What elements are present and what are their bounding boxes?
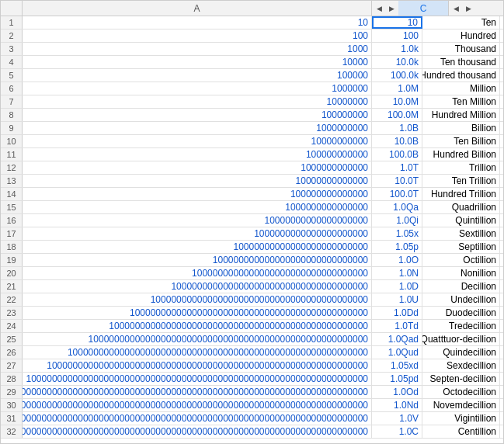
cell-e[interactable]: Octodecillion: [422, 386, 500, 398]
table-row[interactable]: 11100000000000100.0BHundred Billion: [1, 148, 503, 161]
cell-a[interactable]: 1000000000000000000000000000000000000000…: [23, 373, 372, 385]
table-row[interactable]: 5100000100.0kHundred thousand: [1, 69, 503, 82]
cell-a[interactable]: 1000000000000: [23, 161, 372, 174]
table-row[interactable]: 8100000000100.0MHundred Million: [1, 109, 503, 122]
table-row[interactable]: 2310000000000000000000000000000000000000…: [1, 307, 503, 320]
cell-c[interactable]: 1.0U: [372, 293, 422, 306]
table-row[interactable]: 191000000000000000000000000000001.0OOcti…: [1, 254, 503, 267]
cell-a[interactable]: 1000000000000000000000000000000000000000…: [23, 359, 372, 372]
cell-e[interactable]: Billion: [422, 122, 500, 134]
cell-e[interactable]: Octillion: [422, 254, 500, 266]
cell-e[interactable]: Septen-decillion: [422, 373, 500, 385]
cell-c[interactable]: 1.0C: [372, 425, 422, 438]
table-row[interactable]: 14100000000000000100.0THundred Trillion: [1, 188, 503, 201]
table-row[interactable]: 2610000000000000000000000000000000000000…: [1, 346, 503, 359]
cell-e[interactable]: Million: [422, 82, 500, 95]
table-row[interactable]: 41000010.0kTen thousand: [1, 56, 503, 69]
cell-c[interactable]: 1.05pd: [372, 373, 422, 385]
cell-c[interactable]: 1.0O: [372, 254, 422, 266]
cell-c[interactable]: 1.0M: [372, 82, 422, 95]
cell-c[interactable]: 1.0B: [372, 122, 422, 134]
table-row[interactable]: 610000001.0MMillion: [1, 82, 503, 95]
cell-a[interactable]: 1000000000000000000000000000000000000000…: [23, 399, 372, 411]
cell-c[interactable]: 1.0Td: [372, 320, 422, 332]
cell-e[interactable]: Trillion: [422, 161, 500, 174]
cell-e[interactable]: Hundred Billion: [422, 148, 500, 161]
cell-e[interactable]: Quintillion: [422, 214, 500, 227]
cell-a[interactable]: 1000000000000000000000000000000000000000…: [23, 307, 372, 319]
table-row[interactable]: 2710000000000000000000000000000000000000…: [1, 359, 503, 373]
col-header-c[interactable]: C: [398, 1, 449, 16]
cell-e[interactable]: Quindecillion: [422, 346, 500, 359]
cell-e[interactable]: Undecillion: [422, 293, 500, 306]
cell-e[interactable]: Centillion: [422, 425, 500, 438]
cell-a[interactable]: 1000000000000000000000000000000000000000…: [23, 346, 372, 359]
table-row[interactable]: 1710000000000000000000001.05xSextillion: [1, 227, 503, 241]
cell-a[interactable]: 10000000: [23, 95, 372, 108]
cell-a[interactable]: 1000000000000000: [23, 201, 372, 213]
cell-c[interactable]: 100.0B: [372, 148, 422, 161]
cell-a[interactable]: 100000000000000000000000000000: [23, 254, 372, 266]
table-row[interactable]: 2910000000000000000000000000000000000000…: [1, 386, 503, 399]
cell-e[interactable]: Thousand: [422, 43, 500, 55]
cell-a[interactable]: 100: [23, 29, 372, 42]
col-header-e[interactable]: E: [475, 1, 504, 16]
cell-a[interactable]: 10000000000000: [23, 175, 372, 187]
cell-e[interactable]: Ten thousand: [422, 56, 500, 68]
cell-e[interactable]: Novemdecillion: [422, 399, 500, 411]
table-row[interactable]: 2510000000000000000000000000000000000000…: [1, 333, 503, 346]
cell-a[interactable]: 100000000000000: [23, 188, 372, 200]
cell-a[interactable]: 1000000000000000000000000000000000000000…: [23, 425, 372, 438]
cell-a[interactable]: 10000000000000000000000000: [23, 241, 372, 253]
cell-c[interactable]: 100.0T: [372, 188, 422, 200]
cell-c[interactable]: 100.0M: [372, 109, 422, 121]
cell-c[interactable]: 1.0Qad: [372, 333, 422, 345]
table-row[interactable]: 11010Ten: [1, 16, 503, 29]
cell-a[interactable]: 1000000: [23, 82, 372, 95]
cell-e[interactable]: Sextillion: [422, 227, 500, 240]
cell-a[interactable]: 100000: [23, 69, 372, 82]
cell-e[interactable]: Ten Trillion: [422, 175, 500, 187]
cell-a[interactable]: 10000: [23, 56, 372, 68]
cell-c[interactable]: 1.0Qi: [372, 214, 422, 227]
cell-c[interactable]: 1.0k: [372, 43, 422, 55]
cell-c[interactable]: 10.0k: [372, 56, 422, 68]
cell-e[interactable]: Quatttuor-decillion: [422, 333, 500, 345]
cell-e[interactable]: Vigintillion: [422, 412, 500, 425]
table-row[interactable]: 2210000000000000000000000000000000000000…: [1, 293, 503, 307]
nav-left-icon-2[interactable]: ◀: [450, 3, 461, 14]
cell-a[interactable]: 10000000000000000000000000000000000000: [23, 280, 372, 293]
cell-e[interactable]: Ten: [422, 16, 500, 29]
cell-a[interactable]: 100000000: [23, 109, 372, 121]
cell-a[interactable]: 10: [23, 16, 372, 29]
cell-e[interactable]: Ten Million: [422, 95, 500, 108]
table-row[interactable]: 310001.0kThousand: [1, 43, 503, 56]
cell-e[interactable]: Duodecillion: [422, 307, 500, 319]
cell-a[interactable]: 1000000000000000000000000000000000000000…: [23, 320, 372, 332]
table-row[interactable]: 2810000000000000000000000000000000000000…: [1, 373, 503, 386]
nav-left-icon[interactable]: ◀: [374, 3, 384, 14]
cell-a[interactable]: 1000000000000000000000000000000000000000…: [23, 386, 372, 398]
cell-e[interactable]: Quadrillion: [422, 201, 500, 213]
cell-c[interactable]: 100: [372, 29, 422, 42]
table-row[interactable]: 18100000000000000000000000001.05pSeptill…: [1, 241, 503, 254]
cell-c[interactable]: 1.0Nd: [372, 399, 422, 411]
table-row[interactable]: 3010000000000000000000000000000000000000…: [1, 399, 503, 412]
table-row[interactable]: 1510000000000000001.0QaQuadrillion: [1, 201, 503, 214]
table-row[interactable]: 3110000000000000000000000000000000000000…: [1, 412, 503, 425]
cell-a[interactable]: 10000000000: [23, 135, 372, 147]
cell-a[interactable]: 1000000000000000000000000000000000000000…: [23, 293, 372, 306]
table-row[interactable]: 16100000000000000000001.0QiQuintillion: [1, 214, 503, 227]
cell-a[interactable]: 1000000000000000000000000000000000000000…: [23, 412, 372, 425]
cell-e[interactable]: Ten Billion: [422, 135, 500, 147]
cell-c[interactable]: 1.05xd: [372, 359, 422, 372]
cell-c[interactable]: 1.0Qa: [372, 201, 422, 213]
cell-a[interactable]: 1000000000000000000000: [23, 227, 372, 240]
cell-c[interactable]: 10.0B: [372, 135, 422, 147]
cell-c[interactable]: 1.0T: [372, 161, 422, 174]
cell-a[interactable]: 1000: [23, 43, 372, 55]
cell-c[interactable]: 10: [372, 16, 422, 29]
cell-c[interactable]: 1.0Dd: [372, 307, 422, 319]
cell-c[interactable]: 1.0Qud: [372, 346, 422, 359]
cell-e[interactable]: Tredecillion: [422, 320, 500, 332]
